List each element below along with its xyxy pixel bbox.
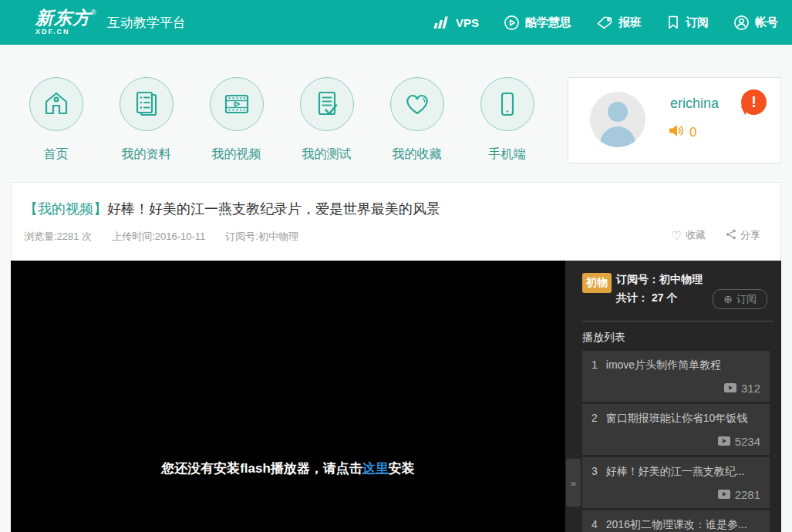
quick-nav-label: 我的测试: [302, 146, 352, 163]
nav-item-vps[interactable]: VPS: [433, 15, 479, 30]
registered-mark: ®: [91, 8, 96, 16]
bar-chart-icon: [433, 15, 450, 30]
share-button[interactable]: 分享: [726, 228, 760, 242]
share-icon: [726, 229, 736, 242]
flash-msg-before: 您还没有安装flash播放器，请点击: [161, 461, 362, 476]
heart-outline-icon: ♡: [672, 230, 682, 241]
quick-nav-favorites[interactable]: 我的收藏: [372, 77, 462, 163]
quick-nav-label: 我的视频: [212, 146, 261, 163]
video-actions: ♡ 收藏 分享: [672, 228, 760, 242]
upload-date-label: 上传时间:2016-10-11: [112, 230, 205, 244]
quick-nav-videos[interactable]: 我的视频: [191, 77, 281, 163]
nav-label: VPS: [456, 16, 479, 29]
nav-label: 帐号: [755, 15, 778, 30]
quick-nav-home[interactable]: 首页: [11, 77, 101, 163]
views-label: 浏览量:2281 次: [24, 230, 92, 244]
playlist-item-title: 2016初二物理课改：谁是参...: [606, 518, 747, 532]
category-tag: 【我的视频】: [24, 201, 107, 217]
nav-item-baoban[interactable]: 报班: [596, 15, 642, 30]
play-count-icon: [718, 488, 730, 501]
quick-nav-materials[interactable]: 我的资料: [101, 77, 191, 163]
nav-item-kuxue[interactable]: 酷学慧思: [504, 15, 571, 31]
quick-nav-label: 手机端: [489, 146, 526, 163]
quick-nav-tests[interactable]: 我的测试: [281, 77, 372, 163]
playlist: 1 imove片头制作简单教程 312 2 窗口期报班能让你省10年饭钱 523…: [582, 351, 770, 532]
nav-label: 报班: [618, 15, 642, 30]
header-nav: VPS 酷学慧思 报班 订阅: [433, 15, 778, 31]
flash-missing-message: 您还没有安装flash播放器，请点击这里安装: [11, 460, 565, 477]
avatar: [590, 92, 645, 147]
playlist-item-index: 2: [591, 412, 598, 426]
video-title-text: 好棒！好美的江一燕支教纪录片，爱是世界最美的风景: [107, 201, 440, 217]
playlist-item-index: 3: [591, 465, 598, 479]
logo-text: 新东方: [35, 8, 91, 28]
flash-install-link[interactable]: 这里: [362, 461, 389, 476]
nav-label: 订阅: [686, 15, 709, 30]
sidebar-divider: [582, 321, 773, 322]
playlist-item-title: 窗口期报班能让你省10年饭钱: [606, 412, 748, 426]
plus-circle-icon: ⊕: [723, 294, 733, 305]
playlist-item-title: imove片头制作简单教程: [606, 359, 721, 372]
playlist-item-views: 312: [741, 382, 760, 395]
user-circle-icon: [733, 15, 750, 31]
nav-item-dingyue[interactable]: 订阅: [666, 15, 709, 30]
channel-badge: 初物: [582, 273, 612, 293]
subscribe-button[interactable]: ⊕ 订阅: [713, 289, 767, 309]
phone-icon: [480, 77, 534, 131]
playlist-sidebar: 初物 订阅号：初中物理 共计：27 个 ⊕ 订阅 播放列表 1 imove片头制…: [565, 261, 781, 532]
playlist-item-index: 4: [591, 518, 598, 532]
flash-msg-after: 安装: [389, 461, 415, 476]
heart-icon: [390, 77, 444, 131]
video-title: 【我的视频】好棒！好美的江一燕支教纪录片，爱是世界最美的风景: [24, 200, 440, 218]
video-info-card: 【我的视频】好棒！好美的江一燕支教纪录片，爱是世界最美的风景 浏览量:2281 …: [11, 182, 781, 261]
quick-nav: 首页 我的资料 我的视频: [11, 77, 552, 163]
quick-nav-label: 我的资料: [122, 146, 171, 163]
nav-item-account[interactable]: 帐号: [733, 15, 778, 31]
platform-title: 互动教学平台: [107, 14, 186, 32]
subscribe-label: 订阅: [736, 292, 757, 306]
play-circle-icon: [504, 15, 520, 31]
playlist-item-views: 2281: [735, 488, 760, 501]
favorite-button[interactable]: ♡ 收藏: [672, 228, 706, 242]
quick-nav-label: 我的收藏: [393, 146, 442, 163]
channel-label: 订阅号:初中物理: [225, 230, 298, 244]
video-meta: 浏览量:2281 次 上传时间:2016-10-11 订阅号:初中物理: [24, 230, 298, 244]
share-label: 分享: [740, 228, 760, 242]
quick-nav-mobile[interactable]: 手机端: [462, 77, 552, 163]
bookmark-icon: [666, 15, 680, 30]
channel-total: 共计：27 个: [616, 291, 677, 305]
total-count: 27 个: [652, 291, 677, 304]
playlist-item-index: 1: [591, 359, 598, 372]
speaker-icon: [669, 124, 686, 141]
user-card: erichina ! 0: [568, 77, 781, 163]
username: erichina: [670, 96, 719, 112]
documents-icon: [120, 77, 174, 131]
favorite-label: 收藏: [686, 228, 706, 242]
playlist-item-title: 好棒！好美的江一燕支教纪...: [606, 465, 745, 479]
video-player: 您还没有安装flash播放器，请点击这里安装: [11, 261, 565, 532]
playlist-item-views: 5234: [735, 435, 760, 448]
playlist-item[interactable]: 4 2016初二物理课改：谁是参...: [582, 510, 770, 532]
sidebar-collapse-handle[interactable]: »: [566, 459, 581, 507]
home-icon: [29, 77, 83, 131]
notification-alert-icon[interactable]: !: [741, 89, 767, 115]
top-header-bar: 新东方® XDF.CN 互动教学平台 VPS 酷学慧思: [0, 0, 792, 45]
quick-nav-label: 首页: [44, 146, 69, 163]
play-count-icon: [724, 382, 736, 395]
tag-icon: [596, 15, 613, 30]
playlist-item[interactable]: 2 窗口期报班能让你省10年饭钱 5234: [582, 404, 770, 455]
voice-count: 0: [669, 124, 696, 141]
test-sheet-icon: [300, 77, 354, 131]
xdf-logo[interactable]: 新东方® XDF.CN: [35, 9, 96, 35]
logo-domain: XDF.CN: [35, 29, 96, 35]
voice-count-value: 0: [689, 125, 696, 140]
playlist-title: 播放列表: [582, 331, 625, 345]
film-icon: [210, 77, 264, 131]
nav-label: 酷学慧思: [525, 15, 571, 30]
playlist-item[interactable]: 3 好棒！好美的江一燕支教纪... 2281: [582, 457, 770, 508]
playlist-item[interactable]: 1 imove片头制作简单教程 312: [582, 351, 770, 402]
channel-name: 订阅号：初中物理: [616, 273, 703, 287]
play-count-icon: [718, 435, 730, 448]
total-label: 共计：: [616, 291, 649, 304]
